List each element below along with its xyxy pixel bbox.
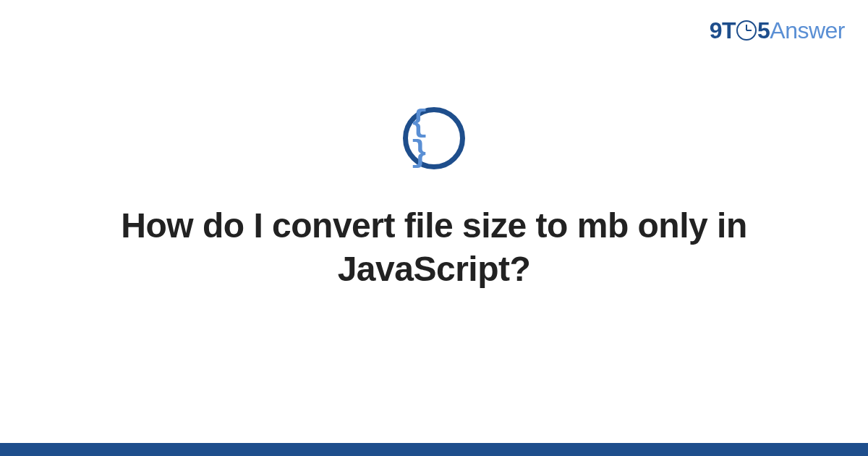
question-title: How do I convert file size to mb only in… [87,204,781,291]
footer-accent-bar [0,443,868,456]
code-braces-icon: { } [410,108,462,169]
main-content: { } How do I convert file size to mb onl… [0,0,868,456]
category-badge: { } [403,107,465,169]
